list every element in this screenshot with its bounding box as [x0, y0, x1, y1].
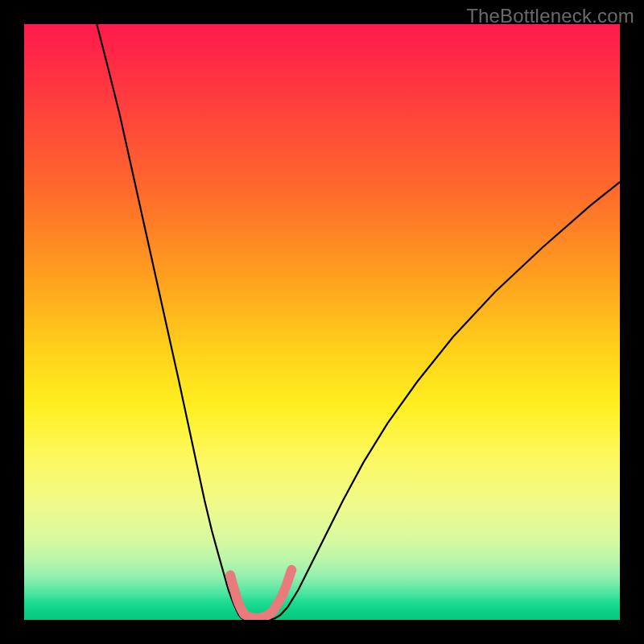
- left-bump: [230, 576, 244, 614]
- curve-layer: [24, 24, 620, 620]
- chart-frame: TheBottleneck.com: [0, 0, 644, 644]
- watermark-text: TheBottleneck.com: [466, 5, 634, 27]
- floor-bump: [244, 605, 277, 618]
- right-bump: [277, 570, 292, 605]
- plot-area: [24, 24, 620, 620]
- left-curve: [97, 24, 242, 619]
- right-curve: [275, 182, 620, 618]
